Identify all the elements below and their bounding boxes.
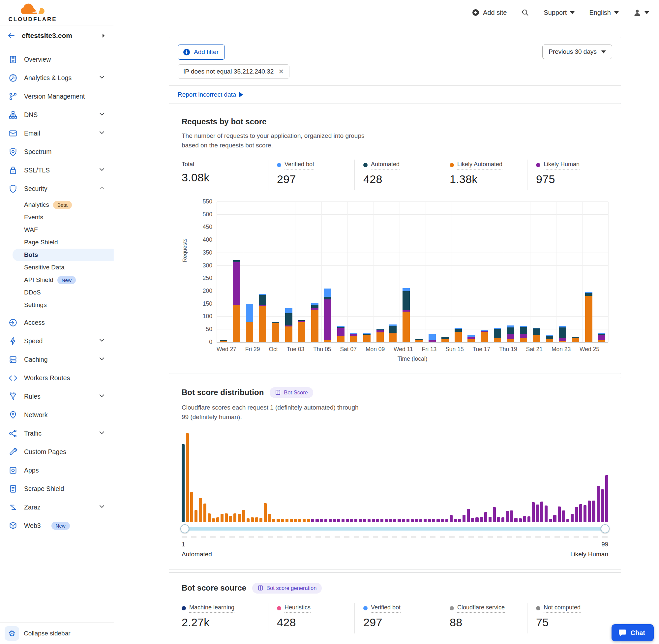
chevron-down-icon (601, 50, 606, 53)
sidebar-item-analytics-logs[interactable]: Analytics & Logs (0, 69, 114, 87)
settings-gear-button[interactable]: ⚙ (5, 626, 19, 641)
slider-handle-max[interactable] (601, 524, 610, 533)
sidebar-item-apps[interactable]: Apps (0, 461, 114, 480)
sidebar-subitem-sensitive-data[interactable]: Sensitive Data (0, 261, 114, 274)
y-tick-label: 500 (184, 211, 212, 218)
sidebar-item-spectrum[interactable]: Spectrum (0, 142, 114, 161)
shield-icon (8, 184, 18, 193)
collapse-sidebar-button[interactable]: Collapse sidebar (24, 630, 71, 637)
chevron-right-icon (100, 33, 107, 39)
x-tick (413, 346, 422, 353)
sidebar-subitem-analytics[interactable]: AnalyticsBeta (0, 199, 114, 211)
language-menu[interactable]: English (589, 9, 619, 17)
stat-label[interactable]: Cloudflare service (457, 604, 505, 613)
right-end-label: Likely Human (570, 551, 608, 558)
hist-bar-score-88 (558, 506, 561, 522)
sidebar-item-security[interactable]: Security (0, 179, 114, 198)
support-menu[interactable]: Support (544, 9, 574, 17)
date-range-dropdown[interactable]: Previous 30 days (542, 45, 612, 59)
x-axis-tick-labels: Wed 27Fri 29OctTue 03Thu 05Sat 07Mon 09W… (217, 346, 608, 353)
bot-score-badge[interactable]: Bot Score (270, 387, 313, 398)
stat-label[interactable]: Likely Automated (457, 161, 502, 169)
sidebar-subitem-bots[interactable]: Bots (13, 249, 114, 261)
stat-label[interactable]: Heuristics (284, 604, 310, 613)
sidebar-item-scrape-shield[interactable]: Scrape Shield (0, 480, 114, 498)
search-button[interactable] (521, 8, 529, 17)
stat-label[interactable]: Automated (371, 161, 400, 169)
cloudflare-logo[interactable]: CLOUDFLARE (8, 3, 57, 23)
sidebar: cftestsite3.com OverviewAnalytics & Logs… (0, 25, 114, 644)
segment-automated (533, 328, 540, 335)
add-site-button[interactable]: Add site (472, 8, 507, 17)
sidebar-subitem-events[interactable]: Events (0, 211, 114, 224)
sidebar-item-speed[interactable]: Speed (0, 332, 114, 350)
cube-icon (8, 521, 18, 530)
hist-bar-score-22 (272, 519, 275, 522)
add-filter-button[interactable]: Add filter (178, 45, 225, 60)
hist-bar-score-31 (311, 519, 314, 521)
hist-bar-score-13 (233, 513, 236, 522)
chevron-down-icon (98, 73, 106, 81)
hist-bar-score-48 (385, 519, 388, 522)
stat-label[interactable]: Not computed (544, 604, 581, 613)
remove-filter-icon[interactable]: ✕ (278, 68, 284, 75)
stat-label: Total (182, 161, 194, 168)
segment-automated (455, 329, 462, 332)
stat-label[interactable]: Machine learning (189, 604, 234, 613)
hist-bar-score-6 (204, 504, 206, 522)
account-menu[interactable] (633, 8, 649, 17)
hist-bar-score-30 (307, 519, 310, 522)
sidebar-item-traffic[interactable]: Traffic (0, 424, 114, 442)
segment-automated (494, 329, 501, 338)
back-arrow-icon[interactable] (7, 31, 16, 40)
sidebar-item-custom-pages[interactable]: Custom Pages (0, 442, 114, 461)
hist-bar-score-40 (350, 519, 353, 522)
stat-machine-learning: Machine learning2.27k (182, 603, 268, 634)
sidebar-item-version-management[interactable]: Version Management (0, 87, 114, 106)
x-tick: Sat 07 (340, 346, 357, 353)
stat-label[interactable]: Verified bot (284, 161, 314, 169)
bar-slot (269, 202, 282, 342)
stacked-bar-day-4 (259, 294, 266, 342)
slider-track[interactable] (184, 527, 606, 531)
sidebar-subitem-ddos[interactable]: DDoS (0, 286, 114, 299)
sidebar-item-overview[interactable]: Overview (0, 50, 114, 69)
y-tick-label: 50 (184, 326, 212, 333)
bar-slot (348, 202, 361, 342)
sidebar-item-workers-routes[interactable]: Workers Routes (0, 369, 114, 387)
segment-likely-automated (468, 339, 475, 342)
segment-likely-automated (220, 341, 227, 342)
stat-label[interactable]: Verified bot (371, 604, 401, 613)
sidebar-subitem-waf[interactable]: WAF (0, 224, 114, 236)
sidebar-item-email[interactable]: Email (0, 124, 114, 142)
chat-button[interactable]: Chat (612, 624, 654, 641)
stat-label[interactable]: Likely Human (544, 161, 580, 169)
bar-slot (530, 202, 543, 342)
stat-value: 975 (536, 173, 604, 186)
legend-dot (363, 606, 368, 611)
segment-likely-automated (455, 332, 462, 342)
sidebar-item-ssl-tls[interactable]: SSL/TLS (0, 161, 114, 179)
slider-handle-min[interactable] (180, 524, 189, 533)
hist-bar-score-24 (281, 519, 284, 522)
sidebar-subitem-settings[interactable]: Settings (0, 299, 114, 311)
stacked-bar-day-15 (402, 288, 410, 342)
stacked-bar-day-3 (246, 304, 253, 342)
sidebar-item-access[interactable]: Access (0, 313, 114, 332)
report-incorrect-data-link[interactable]: Report incorrect data (178, 91, 243, 98)
site-selector[interactable]: cftestsite3.com (0, 25, 114, 46)
sidebar-subitem-page-shield[interactable]: Page Shield (0, 236, 114, 249)
pie-icon (8, 73, 18, 83)
sidebar-item-dns[interactable]: DNS (0, 106, 114, 124)
sidebar-item-zaraz[interactable]: Zaraz (0, 498, 114, 516)
sidebar-item-web3[interactable]: Web3New (0, 516, 114, 535)
stat-likely-human: Likely Human975 (527, 160, 613, 190)
x-tick (571, 346, 580, 353)
sidebar-item-rules[interactable]: Rules (0, 387, 114, 406)
hist-bar-score-19 (259, 518, 262, 522)
section-title: Bot score distribution (182, 388, 264, 397)
bot-score-generation-badge[interactable]: Bot score generation (252, 583, 322, 594)
sidebar-item-caching[interactable]: Caching (0, 350, 114, 369)
sidebar-subitem-api-shield[interactable]: API ShieldNew (0, 274, 114, 286)
sidebar-item-network[interactable]: Network (0, 406, 114, 424)
